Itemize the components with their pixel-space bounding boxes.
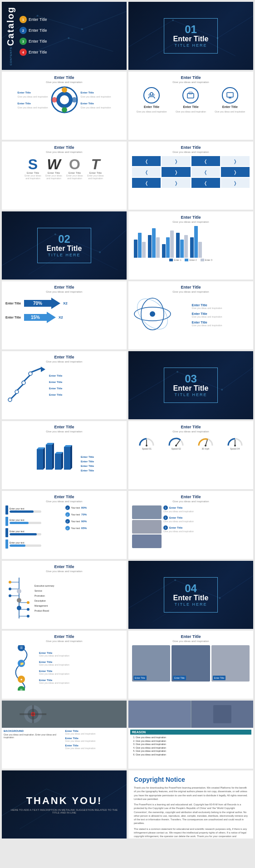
bar-group-2 [148, 228, 160, 258]
progress-subheading: Give you ideas and inspiration [5, 500, 123, 503]
table-grid-container: ❬ ❭ ❬ ❭ ❬ ❭ ❬ ❭ ❬ ❭ ❬ ❭ [132, 156, 250, 188]
3dbar-item-1: Enter Title [81, 456, 94, 458]
catalog-num-1: 1 [20, 16, 27, 23]
bar-4b [180, 240, 184, 258]
bg-label: BACKGROUND [4, 730, 64, 732]
arrow-pct-1: 70% [33, 301, 42, 306]
section-02-title: Enter Title [47, 245, 82, 253]
bar-5b [194, 226, 198, 258]
slide-copyright: Copyright Notice Thank you for downloadi… [128, 770, 253, 839]
gauge-label-4: Speed 04 [230, 447, 240, 450]
swot-w: W Enter Title Enter your ideas and inspi… [45, 157, 63, 180]
circle-desc-4: Give you ideas and inspiration [81, 106, 111, 109]
swot-letter-s: S [28, 157, 38, 172]
copyright-p2: The PowerPoint is a learning aid and edu… [134, 803, 248, 825]
cell-r2c2: ❭ [162, 167, 190, 177]
3dbars-container: Enter Title Enter Title Enter Title Ente… [5, 436, 123, 472]
arrows-subheading: Give you ideas and inspiration [5, 290, 123, 293]
slide-snake: Enter Title Give you ideas and inspirati… [2, 631, 127, 699]
svg-point-88 [17, 606, 21, 610]
arrows-container: Enter Title 70% X2 Enter Title [5, 298, 123, 323]
swot-desc-s: Enter your ideas and inspiration [24, 174, 42, 180]
catalog-item-2: 2 Enter Title [20, 27, 47, 34]
icon-item-3: Enter Title Give you ideas and inspirati… [215, 87, 245, 113]
icon-desc-2: Give you ideas and inspiration [176, 110, 206, 113]
aerial-photo [2, 701, 127, 728]
cell-r3c2: ❭ [162, 178, 190, 188]
section-01-subtitle: TITLE HERE [173, 43, 209, 48]
svg-marker-58 [52, 443, 54, 470]
bar-4c [184, 235, 188, 258]
swot-letter-o: O [69, 157, 80, 172]
arrow-pct-2: 15% [31, 315, 40, 320]
swot-letter-w: W [47, 157, 60, 172]
section-02-subtitle: TITLE HERE [47, 253, 82, 257]
svg-point-68 [175, 445, 177, 446]
swot-heading: Enter Title [5, 145, 123, 150]
arrow-x-1: X2 [63, 301, 68, 305]
catalog-text-3: Enter Title [29, 39, 47, 44]
svg-point-47 [8, 398, 12, 402]
thank-you-content: THANK YOU! HERE TO ADD A TEXT INSCRIPTIO… [2, 791, 127, 818]
timeline-item-6: Product Brand [34, 609, 123, 612]
slide-section-03: 03 Enter Title TITLE HERE [128, 351, 253, 419]
legend-1: Enter 1 [174, 259, 181, 261]
icon-item-1: Enter Title Give you ideas and inspirati… [137, 87, 167, 113]
timeline-item-2: Service [34, 589, 123, 592]
circle-label-2: Enter Title [18, 102, 48, 105]
svg-point-17 [60, 95, 69, 104]
orbit-subheading: Give you ideas and inspiration [132, 290, 250, 293]
bar-group-3 [162, 230, 174, 258]
bar-3b [166, 237, 170, 258]
swot-desc-w: Enter your ideas and inspiration [45, 174, 63, 180]
slide-aerial: BACKGROUND Give you ideas and inspiratio… [2, 701, 127, 769]
svg-point-72 [234, 445, 236, 446]
rising-heading: Enter Title [5, 355, 123, 359]
timeline-item-1: Executive summary [34, 584, 123, 587]
arrow-label-2: Enter Title [5, 316, 21, 319]
bar-group-1 [134, 233, 146, 258]
svg-text:📁: 📁 [20, 662, 24, 666]
thank-you-text: THANK YOU! [5, 795, 123, 807]
slide-circle: Enter Title Give you ideas and inspirati… [2, 72, 127, 140]
slide-section-01: 01 Enter Title TITLE HERE [128, 2, 253, 70]
section-03-subtitle: TITLE HERE [173, 392, 209, 397]
section-03-title: Enter Title [173, 384, 209, 392]
rising-item-4: Enter Title [49, 393, 62, 396]
arrow-item-2: Enter Title 15% X2 [5, 312, 123, 323]
gauges-heading: Enter Title [132, 425, 250, 429]
svg-line-10 [217, 16, 253, 38]
photo-list-heading: Enter Title [132, 495, 250, 499]
section-02-num: 02 [47, 234, 82, 245]
svg-rect-27 [227, 93, 233, 97]
svg-point-6 [81, 28, 83, 30]
bar-3c [170, 230, 174, 258]
swot-o: O Enter Title Enter your ideas and inspi… [66, 157, 84, 180]
swot-grid: S Enter Title Enter your ideas and inspi… [5, 157, 123, 180]
photo-placeholder-2 [132, 520, 162, 534]
reason-content: REASON Give you ideas and inspiration Gi… [128, 728, 253, 769]
bar-group-4 [176, 233, 188, 258]
slide-grid: Catalog CONTENTS 1 Enter Title 2 Enter T… [0, 0, 255, 840]
check-item-2: ✓ Your text 70% [65, 512, 123, 517]
svg-point-86 [17, 589, 21, 593]
photo-steps-container: Enter Title Enter Title Enter Title [132, 645, 250, 682]
bar-1c [142, 242, 146, 258]
slide-table-grid: Enter Title Give you ideas and inspirati… [128, 142, 253, 210]
bar-heading: Enter Title [132, 215, 250, 220]
catalog-item-1: 1 Enter Title [20, 16, 47, 23]
rising-subheading: Give you ideas and inspiration [5, 360, 123, 363]
svg-marker-43 [41, 367, 45, 372]
slide-arrows-pct: Enter Title Give you ideas and inspirati… [2, 281, 127, 349]
catalog-num-3: 3 [20, 38, 27, 45]
timeline-item-5: Management [34, 604, 123, 607]
photo-steps-subheading: Give you ideas and inspiration [132, 640, 250, 642]
3dbar-item-2: Enter Title [81, 460, 94, 463]
copyright-title: Copyright Notice [134, 776, 248, 783]
gauge-1: Speed 01 [138, 436, 155, 450]
3dbars-heading: Enter Title [5, 425, 123, 429]
svg-point-7 [68, 37, 69, 39]
section-04-num: 04 [173, 583, 209, 594]
svg-point-34 [99, 251, 101, 253]
legend-3: Enter 3 [205, 259, 212, 261]
